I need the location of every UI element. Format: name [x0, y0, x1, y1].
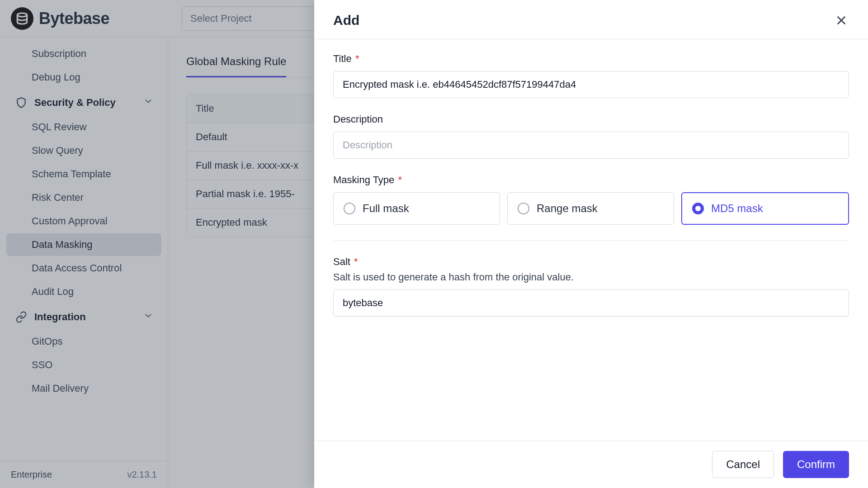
- description-label: Description: [333, 114, 849, 125]
- radio-label: Range mask: [537, 202, 598, 215]
- divider: [333, 240, 849, 241]
- salt-input[interactable]: [333, 289, 849, 317]
- masking-type-label: Masking Type *: [333, 174, 849, 186]
- salt-label: Salt *: [333, 256, 849, 268]
- salt-help: Salt is used to generate a hash from the…: [333, 271, 849, 283]
- radio-label: Full mask: [363, 202, 409, 215]
- confirm-button[interactable]: Confirm: [783, 451, 849, 478]
- title-input[interactable]: [333, 71, 849, 98]
- title-label: Title *: [333, 53, 849, 65]
- masking-option-md5[interactable]: MD5 mask: [681, 192, 849, 225]
- close-icon: [835, 14, 848, 27]
- radio-icon: [518, 203, 529, 214]
- close-button[interactable]: [834, 13, 849, 28]
- radio-label: MD5 mask: [711, 202, 763, 215]
- button-label: Confirm: [797, 458, 835, 471]
- cancel-button[interactable]: Cancel: [712, 451, 774, 478]
- radio-icon: [344, 203, 355, 214]
- masking-option-full[interactable]: Full mask: [333, 192, 500, 225]
- description-input[interactable]: [333, 132, 849, 159]
- add-drawer: Add Title * Description Masking Type * F…: [314, 0, 868, 488]
- masking-option-range[interactable]: Range mask: [507, 192, 674, 225]
- radio-icon: [692, 203, 704, 214]
- button-label: Cancel: [726, 458, 760, 471]
- drawer-title: Add: [333, 13, 359, 28]
- masking-type-options: Full mask Range mask MD5 mask: [333, 192, 849, 225]
